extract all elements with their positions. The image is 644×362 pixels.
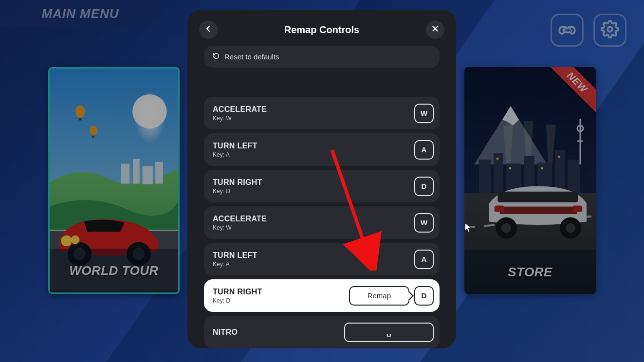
remap-tooltip: Remap [349, 286, 409, 306]
key-badge[interactable]: ␣ [344, 323, 434, 342]
control-row-turn-left-4[interactable]: TURN LEFTKey: AA [204, 243, 440, 275]
control-name: ACCELERATE [213, 215, 267, 223]
control-row-turn-right-2[interactable]: TURN RIGHTKey: DD [204, 170, 440, 202]
refresh-icon [213, 53, 220, 61]
arrow-left-icon [204, 24, 213, 35]
control-row-accelerate-0[interactable]: ACCELERATEKey: WW [204, 97, 440, 129]
control-name: TURN RIGHT [213, 288, 262, 296]
key-badge[interactable]: A [414, 140, 434, 160]
close-button[interactable] [426, 20, 444, 39]
back-button[interactable] [199, 20, 218, 39]
control-name: TURN LEFT [213, 251, 258, 260]
control-key-sub: Key: W [213, 224, 267, 231]
close-icon [431, 24, 440, 35]
control-name: TURN RIGHT [213, 178, 262, 187]
reset-to-defaults-button[interactable]: Reset to defaults [204, 46, 440, 68]
control-key-sub: Key: A [213, 261, 258, 268]
control-row-turn-left-1[interactable]: TURN LEFTKey: AA [204, 133, 440, 166]
control-key-sub: Key: D [213, 297, 262, 304]
control-name: NITRO [213, 328, 238, 337]
reset-label: Reset to defaults [224, 53, 279, 61]
key-badge[interactable]: D [414, 177, 434, 196]
remap-controls-modal: Remap Controls Reset to defaults ACCELER… [187, 10, 456, 348]
key-badge[interactable]: D [414, 286, 434, 306]
control-row-nitro-6[interactable]: NITRO␣ [204, 316, 440, 348]
control-key-sub: Key: D [213, 188, 262, 195]
modal-title: Remap Controls [284, 24, 359, 36]
key-badge[interactable]: W [414, 213, 434, 233]
control-name: TURN LEFT [213, 142, 258, 150]
control-key-sub: Key: A [213, 151, 258, 158]
control-name: ACCELERATE [213, 105, 267, 114]
control-key-sub: Key: W [213, 115, 267, 122]
key-badge[interactable]: A [414, 250, 434, 269]
control-row-turn-right-5[interactable]: TURN RIGHTKey: DRemapD [204, 279, 440, 312]
key-badge[interactable]: W [414, 104, 434, 123]
control-row-accelerate-3[interactable]: ACCELERATEKey: WW [204, 206, 440, 239]
